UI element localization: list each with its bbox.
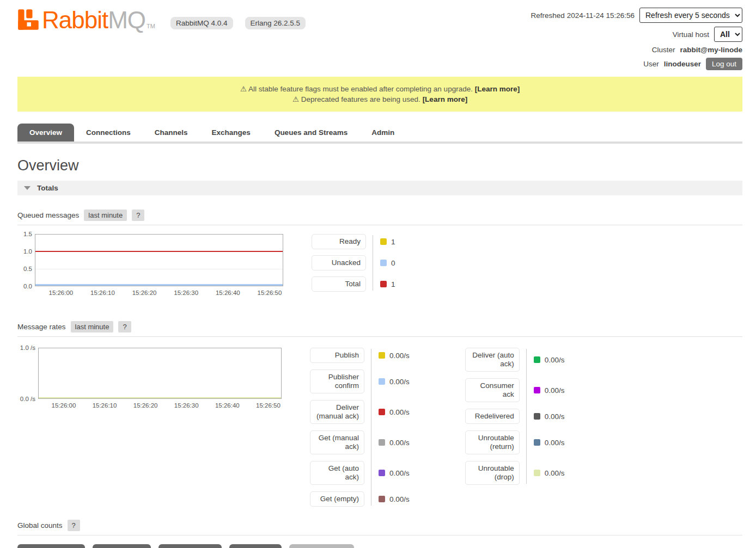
legend-color-swatch (380, 238, 387, 245)
help-badge[interactable]: ? (68, 520, 80, 531)
connections-count-button[interactable]: Connections:0 (17, 544, 85, 548)
user-label: User (643, 60, 659, 68)
header: RabbitMQTM RabbitMQ 4.0.4 Erlang 26.2.5.… (17, 8, 742, 70)
message-rates-chart (38, 348, 282, 399)
learn-more-link[interactable]: [Learn more] (475, 85, 520, 93)
x-tick-label: 15:26:10 (93, 402, 117, 409)
totals-section-toggle[interactable]: Totals (17, 181, 742, 195)
rate-series-line (39, 397, 281, 398)
message-rates-legend-right: Deliver (auto ack) 0.00/s Consumer ack 0… (465, 348, 565, 485)
legend-value: 0.00/s (545, 439, 565, 447)
global-counts-section: Global counts ? Connections:0 Channels:0… (17, 520, 742, 548)
help-badge[interactable]: ? (118, 321, 131, 333)
time-range-badge[interactable]: last minute (84, 210, 127, 221)
learn-more-link[interactable]: [Learn more] (423, 95, 468, 103)
global-counts-header: Global counts ? (17, 520, 742, 535)
legend-color-swatch (380, 260, 387, 266)
legend-label-unacked: Unacked (312, 255, 366, 270)
rabbitmq-version-badge: RabbitMQ 4.0.4 (170, 17, 233, 29)
legend-row: Publish 0.00/s (310, 348, 410, 363)
x-tick-label: 15:26:20 (132, 290, 157, 296)
legend-label-publish: Publish (310, 348, 364, 363)
legend-color-swatch (379, 352, 385, 359)
x-axis: 15:26:00 15:26:10 15:26:20 15:26:30 15:2… (38, 401, 282, 412)
rabbitmq-logo-icon (17, 8, 39, 32)
x-tick-label: 15:26:30 (174, 290, 198, 296)
message-rates-section: Message rates last minute ? 1.0 /s 0.0 /… (17, 321, 742, 507)
legend-row: Publisher confirm 0.00/s (310, 370, 410, 393)
legend-row: Ready 1 (312, 234, 395, 249)
legend-label-deliver-auto-ack: Deliver (auto ack) (465, 348, 520, 372)
queued-messages-legend: Ready 1 Unacked 0 Total 1 (312, 234, 395, 292)
x-tick-label: 15:26:50 (258, 290, 282, 296)
queued-messages-header: Queued messages last minute ? (17, 210, 742, 225)
queues-count-button[interactable]: Queues:1 (229, 544, 282, 548)
user-name: linodeuser (664, 60, 701, 68)
legend-label-total: Total (312, 276, 366, 292)
y-tick-label: 0.0 /s (20, 396, 35, 402)
virtual-host-select[interactable]: All (714, 27, 742, 42)
rabbitmq-management-page: RabbitMQTM RabbitMQ 4.0.4 Erlang 26.2.5.… (0, 0, 756, 548)
consumers-count-button: Consumers:0 (289, 544, 353, 548)
exchanges-count-button[interactable]: Exchanges:8 (158, 544, 222, 548)
legend-color-swatch (534, 413, 540, 420)
legend-label-consumer-ack: Consumer ack (465, 378, 520, 402)
legend-color-swatch (379, 496, 385, 502)
section-title: Global counts (17, 521, 63, 529)
time-range-badge[interactable]: last minute (71, 321, 114, 333)
help-badge[interactable]: ? (132, 210, 144, 221)
main-tabs: Overview Connections Channels Exchanges … (17, 124, 742, 144)
legend-row: Unroutable (drop) 0.00/s (465, 461, 565, 485)
legend-label-redelivered: Redelivered (465, 409, 520, 424)
tab-queues-and-streams[interactable]: Queues and Streams (263, 124, 359, 141)
x-axis: 15:26:00 15:26:10 15:26:20 15:26:30 15:2… (35, 288, 283, 299)
legend-color-swatch (534, 356, 540, 363)
collapse-triangle-icon (24, 186, 31, 190)
y-tick-label: 0.0 (23, 283, 32, 290)
channels-count-button[interactable]: Channels:0 (93, 544, 150, 548)
legend-row: Get (auto ack) 0.00/s (310, 461, 410, 485)
warning-text: Deprecated features are being used. (301, 95, 420, 103)
rabbitmq-logo[interactable]: RabbitMQTM (17, 8, 155, 32)
legend-row: Consumer ack 0.00/s (465, 378, 565, 402)
y-tick-label: 1.0 (23, 248, 32, 255)
tab-exchanges[interactable]: Exchanges (200, 124, 263, 141)
legend-row: Total 1 (312, 276, 395, 292)
logo-rabbit: Rabbit (42, 7, 108, 33)
message-rates-header: Message rates last minute ? (17, 321, 742, 337)
refreshed-timestamp: Refreshed 2024-11-24 15:26:56 (531, 11, 635, 20)
legend-value: 0.00/s (545, 386, 565, 395)
x-tick-label: 15:26:20 (133, 402, 158, 409)
y-tick-label: 0.5 (23, 266, 32, 272)
x-tick-label: 15:26:00 (52, 402, 76, 409)
section-title: Message rates (17, 323, 66, 331)
logo-text: RabbitMQTM (42, 9, 155, 32)
message-rates-legend-left: Publish 0.00/s Publisher confirm 0.00/s … (310, 348, 410, 507)
legend-color-swatch (379, 439, 385, 446)
queued-messages-section: Queued messages last minute ? 1.5 1.0 0.… (17, 210, 742, 299)
y-tick-label: 1.5 (23, 231, 32, 237)
status-block: Refreshed 2024-11-24 15:26:56 Refresh ev… (531, 8, 742, 70)
refresh-interval-select[interactable]: Refresh every 5 seconds (639, 8, 742, 23)
logout-button[interactable]: Log out (706, 58, 742, 70)
legend-color-swatch (534, 470, 540, 476)
x-tick-label: 15:26:50 (256, 402, 281, 409)
legend-label-deliver-manual-ack: Deliver (manual ack) (310, 400, 364, 424)
unacked-series-line (35, 284, 283, 286)
legend-color-swatch (380, 281, 387, 287)
legend-label-get-auto-ack: Get (auto ack) (310, 461, 364, 485)
tab-overview[interactable]: Overview (17, 124, 74, 141)
logo-mq: MQ (108, 7, 145, 33)
legend-color-swatch (379, 470, 385, 476)
legend-row: Get (empty) 0.00/s (310, 491, 410, 507)
legend-value: 0.00/s (389, 469, 410, 477)
x-tick-label: 15:26:00 (48, 290, 73, 296)
legend-value: 1 (391, 280, 395, 288)
tab-admin[interactable]: Admin (359, 124, 406, 141)
totals-label: Totals (37, 184, 58, 192)
legend-value: 0.00/s (389, 378, 410, 386)
cluster-name: rabbit@my-linode (680, 46, 742, 54)
legend-row: Deliver (manual ack) 0.00/s (310, 400, 410, 424)
tab-connections[interactable]: Connections (74, 124, 143, 141)
tab-channels[interactable]: Channels (143, 124, 200, 141)
